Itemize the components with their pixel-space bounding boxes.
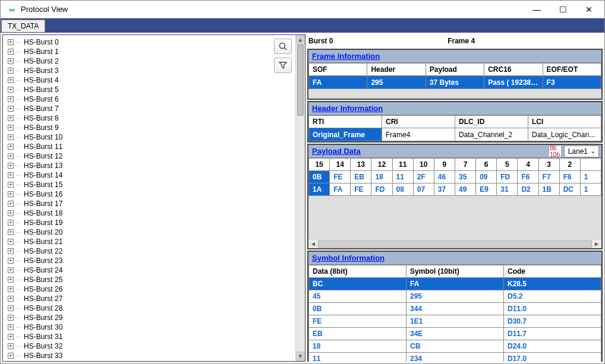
tree-item-burst-29[interactable]: +⋯HS-Burst 29 <box>3 313 270 322</box>
payload-byte[interactable]: FD <box>371 183 392 196</box>
expand-icon[interactable]: + <box>8 201 14 207</box>
tree-item-burst-6[interactable]: +⋯HS-Burst 6 <box>3 94 270 104</box>
payload-byte[interactable]: 09 <box>476 171 497 183</box>
expand-icon[interactable]: + <box>8 134 14 140</box>
table-row[interactable]: 0B344D11.0 <box>309 303 601 315</box>
payload-byte[interactable]: 1A <box>309 183 330 196</box>
expand-icon[interactable]: + <box>8 220 14 226</box>
payload-byte[interactable]: F6 <box>518 171 538 183</box>
cell[interactable]: Original_Frame <box>309 128 382 141</box>
payload-byte[interactable]: F6 <box>559 171 580 183</box>
format-icon[interactable]: 8b10b <box>549 145 562 157</box>
expand-icon[interactable]: + <box>8 315 14 321</box>
expand-icon[interactable]: + <box>8 182 14 188</box>
expand-icon[interactable]: + <box>8 210 14 216</box>
tree-item-burst-22[interactable]: +⋯HS-Burst 22 <box>3 246 270 256</box>
scroll-right-arrow[interactable]: ► <box>592 240 601 247</box>
cell[interactable]: F3 <box>543 76 601 89</box>
minimize-button[interactable]: — <box>524 1 550 18</box>
tree-item-burst-11[interactable]: +⋯HS-Burst 11 <box>3 142 270 151</box>
table-row[interactable]: EB34ED11.7 <box>309 328 601 340</box>
tree-item-burst-0[interactable]: +⋯HS-Burst 0 <box>3 37 270 47</box>
payload-byte[interactable]: 31 <box>497 183 518 196</box>
scroll-up-arrow[interactable]: ▲ <box>296 35 305 45</box>
tree-item-burst-19[interactable]: +⋯HS-Burst 19 <box>3 218 270 227</box>
payload-byte[interactable]: 35 <box>455 171 475 183</box>
tab-tx-data[interactable]: TX_DATA <box>1 20 45 32</box>
filter-button[interactable] <box>274 58 292 73</box>
payload-byte[interactable]: 0B <box>309 171 330 183</box>
tree-item-burst-18[interactable]: +⋯HS-Burst 18 <box>3 208 270 218</box>
scroll-left-arrow[interactable]: ◄ <box>308 240 318 247</box>
cell[interactable]: Pass ( 192389 ) <box>484 76 543 89</box>
tree-item-burst-24[interactable]: +⋯HS-Burst 24 <box>3 265 270 275</box>
tree-item-burst-21[interactable]: +⋯HS-Burst 21 <box>3 237 270 246</box>
tree-item-burst-1[interactable]: +⋯HS-Burst 1 <box>3 47 270 56</box>
cell[interactable]: Data_Logic_Chan... <box>528 128 601 141</box>
expand-icon[interactable]: + <box>8 163 14 169</box>
cell[interactable]: 37 Bytes <box>426 76 484 89</box>
expand-icon[interactable]: + <box>8 334 14 340</box>
expand-icon[interactable]: + <box>8 229 14 235</box>
expand-icon[interactable]: + <box>8 39 14 45</box>
expand-icon[interactable]: + <box>8 248 14 254</box>
tree-item-burst-15[interactable]: +⋯HS-Burst 15 <box>3 180 270 189</box>
cell[interactable]: 295 <box>367 76 426 89</box>
expand-icon[interactable]: + <box>8 49 14 55</box>
expand-icon[interactable]: + <box>8 191 14 197</box>
payload-byte[interactable]: EB <box>351 171 371 183</box>
payload-byte[interactable]: FD <box>497 171 518 183</box>
scroll-thumb[interactable] <box>297 45 304 116</box>
tree-item-burst-13[interactable]: +⋯HS-Burst 13 <box>3 161 270 170</box>
expand-icon[interactable]: + <box>8 58 14 64</box>
expand-icon[interactable]: + <box>8 258 14 264</box>
table-row[interactable]: 11234D17.0 <box>309 353 601 362</box>
tree-scrollbar[interactable]: ▲ ▼ <box>295 35 305 361</box>
burst-tree[interactable]: +⋯HS-Burst 0+⋯HS-Burst 1+⋯HS-Burst 2+⋯HS… <box>3 35 270 361</box>
tree-item-burst-16[interactable]: +⋯HS-Burst 16 <box>3 189 270 199</box>
expand-icon[interactable]: + <box>8 153 14 159</box>
tree-item-burst-23[interactable]: +⋯HS-Burst 23 <box>3 256 270 265</box>
cell[interactable]: FA <box>309 76 367 89</box>
expand-icon[interactable]: + <box>8 77 14 83</box>
tree-item-burst-32[interactable]: +⋯HS-Burst 32 <box>3 341 270 351</box>
expand-icon[interactable]: + <box>8 353 14 359</box>
payload-byte[interactable]: 07 <box>413 183 434 196</box>
lane-select[interactable]: Lane1 <box>564 145 599 157</box>
payload-byte[interactable]: F7 <box>538 171 559 183</box>
payload-byte[interactable]: DC <box>559 183 580 196</box>
search-button[interactable] <box>274 39 292 54</box>
tree-item-burst-2[interactable]: +⋯HS-Burst 2 <box>3 56 270 66</box>
expand-icon[interactable]: + <box>8 324 14 330</box>
payload-byte[interactable]: FE <box>330 171 351 183</box>
tree-item-burst-8[interactable]: +⋯HS-Burst 8 <box>3 113 270 123</box>
table-row[interactable]: 45295D5.2 <box>309 290 601 303</box>
tree-item-burst-14[interactable]: +⋯HS-Burst 14 <box>3 170 270 180</box>
payload-h-scrollbar[interactable]: ◄ ► <box>308 239 601 248</box>
payload-byte[interactable]: 37 <box>434 183 455 196</box>
cell[interactable]: Frame4 <box>382 128 455 141</box>
payload-byte[interactable]: 2F <box>413 171 434 183</box>
expand-icon[interactable]: + <box>8 125 14 131</box>
expand-icon[interactable]: + <box>8 305 14 311</box>
tree-item-burst-33[interactable]: +⋯HS-Burst 33 <box>3 351 270 360</box>
close-button[interactable]: ✕ <box>576 1 602 18</box>
tree-item-burst-12[interactable]: +⋯HS-Burst 12 <box>3 151 270 161</box>
cell[interactable]: Data_Channel_2 <box>455 128 528 141</box>
tree-item-burst-27[interactable]: +⋯HS-Burst 27 <box>3 294 270 303</box>
tree-item-burst-20[interactable]: +⋯HS-Burst 20 <box>3 227 270 237</box>
tree-item-burst-7[interactable]: +⋯HS-Burst 7 <box>3 104 270 113</box>
payload-byte[interactable]: 08 <box>392 183 413 196</box>
payload-byte[interactable]: 11 <box>392 171 413 183</box>
payload-byte[interactable]: 46 <box>434 171 455 183</box>
table-row[interactable]: 18CBD24.0 <box>309 340 601 353</box>
scroll-down-arrow[interactable]: ▼ <box>296 352 305 361</box>
tree-item-burst-10[interactable]: +⋯HS-Burst 10 <box>3 132 270 142</box>
expand-icon[interactable]: + <box>8 96 14 102</box>
table-row[interactable]: BCFAK28.5 <box>309 278 601 290</box>
maximize-button[interactable]: ☐ <box>550 1 576 18</box>
expand-icon[interactable]: + <box>8 115 14 121</box>
tree-item-burst-30[interactable]: +⋯HS-Burst 30 <box>3 322 270 332</box>
payload-byte[interactable]: FE <box>351 183 371 196</box>
tree-item-burst-26[interactable]: +⋯HS-Burst 26 <box>3 284 270 294</box>
